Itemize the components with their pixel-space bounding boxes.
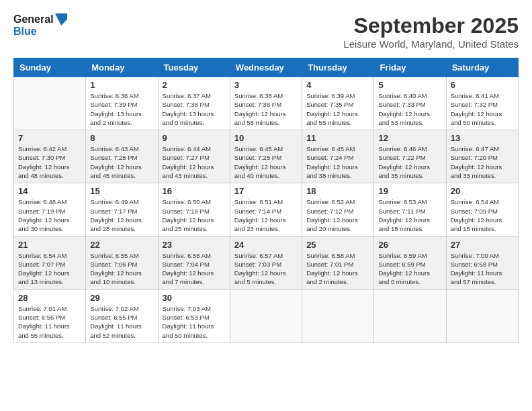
day-info: Sunrise: 6:38 AMSunset: 7:36 PMDaylight:… [234, 91, 298, 127]
page-header: General Blue September 2025 Leisure Worl… [13, 13, 519, 50]
day-info: Sunrise: 6:52 AMSunset: 7:12 PMDaylight:… [306, 197, 369, 233]
day-number: 22 [90, 240, 153, 250]
day-info: Sunrise: 6:57 AMSunset: 7:03 PMDaylight:… [234, 251, 298, 287]
day-number: 14 [18, 186, 81, 196]
calendar-day-cell: 3Sunrise: 6:38 AMSunset: 7:36 PMDaylight… [230, 77, 302, 130]
day-info: Sunrise: 6:40 AMSunset: 7:33 PMDaylight:… [378, 91, 441, 127]
day-number: 25 [306, 240, 369, 250]
calendar-week-row: 28Sunrise: 7:01 AMSunset: 6:56 PMDayligh… [14, 289, 519, 342]
calendar-day-cell: 22Sunrise: 6:55 AMSunset: 7:06 PMDayligh… [86, 236, 158, 289]
calendar-day-cell: 30Sunrise: 7:03 AMSunset: 6:53 PMDayligh… [158, 289, 230, 342]
svg-marker-0 [55, 13, 67, 26]
day-info: Sunrise: 7:00 AMSunset: 6:58 PMDaylight:… [451, 251, 514, 287]
calendar-day-cell: 14Sunrise: 6:48 AMSunset: 7:19 PMDayligh… [14, 183, 86, 236]
day-number: 30 [163, 293, 226, 303]
calendar-day-cell: 27Sunrise: 7:00 AMSunset: 6:58 PMDayligh… [446, 236, 518, 289]
day-number: 5 [378, 80, 441, 90]
day-info: Sunrise: 7:01 AMSunset: 6:56 PMDaylight:… [18, 304, 81, 340]
calendar-day-cell: 25Sunrise: 6:58 AMSunset: 7:01 PMDayligh… [302, 236, 374, 289]
day-number: 27 [451, 240, 514, 250]
calendar-day-cell: 24Sunrise: 6:57 AMSunset: 7:03 PMDayligh… [230, 236, 302, 289]
day-number: 2 [163, 80, 226, 90]
day-info: Sunrise: 6:43 AMSunset: 7:28 PMDaylight:… [90, 144, 153, 180]
calendar-day-cell: 20Sunrise: 6:54 AMSunset: 7:09 PMDayligh… [446, 183, 518, 236]
calendar-day-cell: 2Sunrise: 6:37 AMSunset: 7:38 PMDaylight… [158, 77, 230, 130]
calendar-day-cell: 5Sunrise: 6:40 AMSunset: 7:33 PMDaylight… [374, 77, 446, 130]
calendar-day-cell: 18Sunrise: 6:52 AMSunset: 7:12 PMDayligh… [302, 183, 374, 236]
day-info: Sunrise: 6:47 AMSunset: 7:20 PMDaylight:… [451, 144, 514, 180]
day-number: 6 [451, 80, 514, 90]
header-wednesday: Wednesday [230, 58, 302, 77]
calendar-day-cell: 10Sunrise: 6:45 AMSunset: 7:25 PMDayligh… [230, 130, 302, 183]
day-info: Sunrise: 6:54 AMSunset: 7:09 PMDaylight:… [451, 197, 514, 233]
day-number: 19 [378, 186, 441, 196]
day-number: 15 [90, 186, 153, 196]
logo-general: General [13, 13, 54, 26]
header-thursday: Thursday [302, 58, 374, 77]
day-number: 12 [378, 133, 441, 143]
day-number: 9 [163, 133, 226, 143]
day-number: 1 [90, 80, 153, 90]
calendar-subtitle: Leisure World, Maryland, United States [343, 38, 519, 50]
calendar-day-cell: 9Sunrise: 6:44 AMSunset: 7:27 PMDaylight… [158, 130, 230, 183]
calendar-day-cell: 28Sunrise: 7:01 AMSunset: 6:56 PMDayligh… [14, 289, 86, 342]
day-number: 24 [234, 240, 298, 250]
day-info: Sunrise: 6:58 AMSunset: 7:01 PMDaylight:… [306, 251, 369, 287]
calendar-day-cell [230, 289, 302, 342]
logo: General Blue [13, 13, 67, 38]
header-friday: Friday [374, 58, 446, 77]
day-info: Sunrise: 6:49 AMSunset: 7:17 PMDaylight:… [90, 197, 153, 233]
day-info: Sunrise: 6:42 AMSunset: 7:30 PMDaylight:… [18, 144, 81, 180]
header-saturday: Saturday [446, 58, 518, 77]
day-number: 18 [306, 186, 369, 196]
day-info: Sunrise: 6:39 AMSunset: 7:35 PMDaylight:… [306, 91, 369, 127]
calendar-day-cell: 15Sunrise: 6:49 AMSunset: 7:17 PMDayligh… [86, 183, 158, 236]
day-info: Sunrise: 6:56 AMSunset: 7:04 PMDaylight:… [163, 251, 226, 287]
day-number: 29 [90, 293, 153, 303]
calendar-day-cell [14, 77, 86, 130]
calendar-day-cell: 6Sunrise: 6:41 AMSunset: 7:32 PMDaylight… [446, 77, 518, 130]
day-info: Sunrise: 6:48 AMSunset: 7:19 PMDaylight:… [18, 197, 81, 233]
day-number: 8 [90, 133, 153, 143]
calendar-day-cell: 17Sunrise: 6:51 AMSunset: 7:14 PMDayligh… [230, 183, 302, 236]
calendar-day-cell: 1Sunrise: 6:36 AMSunset: 7:39 PMDaylight… [86, 77, 158, 130]
day-info: Sunrise: 6:41 AMSunset: 7:32 PMDaylight:… [451, 91, 514, 127]
day-info: Sunrise: 6:59 AMSunset: 6:59 PMDaylight:… [378, 251, 441, 287]
day-info: Sunrise: 6:51 AMSunset: 7:14 PMDaylight:… [234, 197, 298, 233]
calendar-day-cell: 11Sunrise: 6:45 AMSunset: 7:24 PMDayligh… [302, 130, 374, 183]
calendar-day-cell: 13Sunrise: 6:47 AMSunset: 7:20 PMDayligh… [446, 130, 518, 183]
day-number: 10 [234, 133, 298, 143]
logo-arrow-icon [55, 13, 67, 26]
day-info: Sunrise: 6:50 AMSunset: 7:16 PMDaylight:… [163, 197, 226, 233]
calendar-day-cell: 12Sunrise: 6:46 AMSunset: 7:22 PMDayligh… [374, 130, 446, 183]
logo-text: General Blue [13, 13, 54, 38]
day-number: 16 [163, 186, 226, 196]
header-sunday: Sunday [14, 58, 86, 77]
header-tuesday: Tuesday [158, 58, 230, 77]
calendar-header-row: SundayMondayTuesdayWednesdayThursdayFrid… [14, 58, 519, 77]
calendar-day-cell: 7Sunrise: 6:42 AMSunset: 7:30 PMDaylight… [14, 130, 86, 183]
calendar-day-cell: 26Sunrise: 6:59 AMSunset: 6:59 PMDayligh… [374, 236, 446, 289]
calendar-day-cell: 4Sunrise: 6:39 AMSunset: 7:35 PMDaylight… [302, 77, 374, 130]
calendar-title: September 2025 [343, 13, 519, 38]
day-number: 11 [306, 133, 369, 143]
day-info: Sunrise: 6:37 AMSunset: 7:38 PMDaylight:… [163, 91, 226, 127]
calendar-day-cell [374, 289, 446, 342]
day-number: 28 [18, 293, 81, 303]
day-number: 17 [234, 186, 298, 196]
calendar-day-cell [302, 289, 374, 342]
calendar-day-cell: 16Sunrise: 6:50 AMSunset: 7:16 PMDayligh… [158, 183, 230, 236]
calendar-day-cell: 19Sunrise: 6:53 AMSunset: 7:11 PMDayligh… [374, 183, 446, 236]
calendar-day-cell: 8Sunrise: 6:43 AMSunset: 7:28 PMDaylight… [86, 130, 158, 183]
day-info: Sunrise: 6:55 AMSunset: 7:06 PMDaylight:… [90, 251, 153, 287]
logo: General Blue [13, 13, 67, 38]
day-info: Sunrise: 6:45 AMSunset: 7:24 PMDaylight:… [306, 144, 369, 180]
calendar-day-cell: 21Sunrise: 6:54 AMSunset: 7:07 PMDayligh… [14, 236, 86, 289]
calendar-table: SundayMondayTuesdayWednesdayThursdayFrid… [13, 58, 519, 343]
day-number: 4 [306, 80, 369, 90]
day-number: 23 [163, 240, 226, 250]
day-info: Sunrise: 6:36 AMSunset: 7:39 PMDaylight:… [90, 91, 153, 127]
calendar-week-row: 14Sunrise: 6:48 AMSunset: 7:19 PMDayligh… [14, 183, 519, 236]
calendar-week-row: 1Sunrise: 6:36 AMSunset: 7:39 PMDaylight… [14, 77, 519, 130]
day-info: Sunrise: 6:45 AMSunset: 7:25 PMDaylight:… [234, 144, 298, 180]
